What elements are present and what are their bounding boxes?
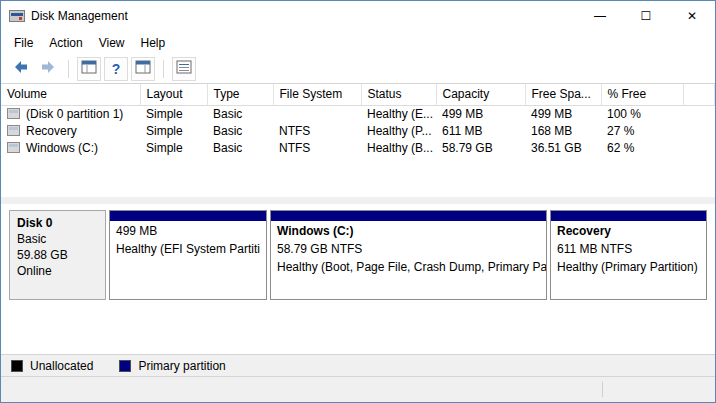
partition-color-bar (551, 211, 706, 221)
partition-recovery[interactable]: Recovery 611 MB NTFS Healthy (Primary Pa… (550, 210, 707, 300)
close-button[interactable]: ✕ (669, 1, 715, 31)
title-bar: Disk Management — ☐ ✕ (1, 1, 715, 31)
cell-layout: Simple (140, 122, 207, 139)
column-header-blank (683, 84, 715, 105)
legend-label: Unallocated (30, 359, 93, 373)
partition-size: 611 MB NTFS (551, 239, 706, 257)
cell-status: Healthy (P... (361, 122, 436, 139)
partition-name: Windows (C:) (271, 221, 546, 239)
forward-button[interactable] (36, 57, 60, 81)
menu-file[interactable]: File (6, 33, 41, 53)
arrow-left-icon (13, 60, 29, 78)
partition-status: Healthy (Primary Partition) (551, 257, 706, 275)
cell-pct-free: 100 % (601, 105, 683, 122)
help-icon: ? (112, 62, 121, 76)
cell-free-space: 36.51 GB (525, 139, 601, 156)
table-header-row: Volume Layout Type File System Status Ca… (1, 84, 715, 105)
maximize-button[interactable]: ☐ (623, 1, 669, 31)
toolbar: ? (1, 54, 715, 84)
table-row[interactable]: Windows (C:) Simple Basic NTFS Healthy (… (1, 139, 715, 156)
partition-efi[interactable]: 499 MB Healthy (EFI System Partiti (109, 210, 267, 300)
volume-icon (7, 108, 20, 119)
pane-splitter[interactable] (1, 197, 715, 204)
column-header-file-system[interactable]: File System (273, 84, 361, 105)
volume-table: Volume Layout Type File System Status Ca… (1, 84, 715, 156)
cell-capacity: 611 MB (436, 122, 525, 139)
disk-name: Disk 0 (17, 215, 98, 231)
table-row[interactable]: Recovery Simple Basic NTFS Healthy (P...… (1, 122, 715, 139)
cell-pct-free: 62 % (601, 139, 683, 156)
cell-status: Healthy (B... (361, 139, 436, 156)
list-view-icon (176, 60, 192, 78)
cell-file-system: NTFS (273, 122, 361, 139)
cell-type: Basic (207, 122, 273, 139)
partition-status: Healthy (Boot, Page File, Crash Dump, Pr… (271, 257, 546, 275)
cell-free-space: 168 MB (525, 122, 601, 139)
column-header-capacity[interactable]: Capacity (436, 84, 525, 105)
menu-help[interactable]: Help (133, 33, 174, 53)
properties-button[interactable] (172, 57, 196, 81)
volume-icon (7, 125, 20, 136)
legend-label: Primary partition (138, 359, 225, 373)
primary-partition-swatch (119, 360, 131, 372)
volume-list-pane: Volume Layout Type File System Status Ca… (1, 84, 715, 197)
menu-view[interactable]: View (91, 33, 133, 53)
volume-name: Windows (C:) (26, 141, 98, 155)
partition-color-bar (110, 211, 266, 221)
unallocated-swatch (11, 360, 23, 372)
back-button[interactable] (9, 57, 33, 81)
menu-action[interactable]: Action (41, 33, 90, 53)
disk-status: Online (17, 263, 98, 279)
cell-capacity: 499 MB (436, 105, 525, 122)
disk-management-icon (9, 8, 25, 24)
legend-bar: Unallocated Primary partition (1, 354, 715, 376)
console-window-icon (81, 60, 97, 78)
volume-name: (Disk 0 partition 1) (26, 107, 123, 121)
cell-layout: Simple (140, 139, 207, 156)
cell-status: Healthy (E... (361, 105, 436, 122)
column-header-volume[interactable]: Volume (1, 84, 140, 105)
action-pane-button[interactable] (131, 57, 155, 81)
cell-layout: Simple (140, 105, 207, 122)
cell-capacity: 58.79 GB (436, 139, 525, 156)
window-controls: — ☐ ✕ (577, 1, 715, 31)
cell-type: Basic (207, 139, 273, 156)
window-title: Disk Management (31, 9, 128, 23)
column-header-layout[interactable]: Layout (140, 84, 207, 105)
disk-size: 59.88 GB (17, 247, 98, 263)
table-row[interactable]: (Disk 0 partition 1) Simple Basic Health… (1, 105, 715, 122)
disk-0-row: Disk 0 Basic 59.88 GB Online 499 MB Heal… (9, 210, 707, 300)
partition-color-bar (271, 211, 546, 221)
disk-type: Basic (17, 231, 98, 247)
arrow-right-icon (40, 60, 56, 78)
help-button[interactable]: ? (104, 57, 128, 81)
cell-file-system (273, 105, 361, 122)
column-header-type[interactable]: Type (207, 84, 273, 105)
partition-name: Recovery (551, 221, 706, 239)
disk-management-window: Disk Management — ☐ ✕ File Action View H… (0, 0, 716, 403)
cell-type: Basic (207, 105, 273, 122)
toolbar-separator (163, 60, 164, 78)
column-header-free-space[interactable]: Free Spa... (525, 84, 601, 105)
status-bar-divider (602, 382, 603, 397)
disk-graphical-pane: Disk 0 Basic 59.88 GB Online 499 MB Heal… (1, 204, 715, 354)
cell-file-system: NTFS (273, 139, 361, 156)
volume-name: Recovery (26, 124, 77, 138)
column-header-pct-free[interactable]: % Free (601, 84, 683, 105)
status-bar (1, 376, 715, 402)
disk-0-info-panel[interactable]: Disk 0 Basic 59.88 GB Online (9, 210, 106, 300)
cell-free-space: 499 MB (525, 105, 601, 122)
partition-size: 499 MB (110, 221, 266, 239)
column-header-status[interactable]: Status (361, 84, 436, 105)
legend-item-unallocated: Unallocated (11, 359, 93, 373)
cell-pct-free: 27 % (601, 122, 683, 139)
console-tree-button[interactable] (77, 57, 101, 81)
toolbar-separator (68, 60, 69, 78)
volume-icon (7, 142, 20, 153)
panes-window-icon (135, 60, 151, 78)
menu-bar: File Action View Help (1, 31, 715, 54)
partition-size: 58.79 GB NTFS (271, 239, 546, 257)
partition-status: Healthy (EFI System Partiti (110, 239, 266, 257)
partition-windows-c[interactable]: Windows (C:) 58.79 GB NTFS Healthy (Boot… (270, 210, 547, 300)
minimize-button[interactable]: — (577, 1, 623, 31)
